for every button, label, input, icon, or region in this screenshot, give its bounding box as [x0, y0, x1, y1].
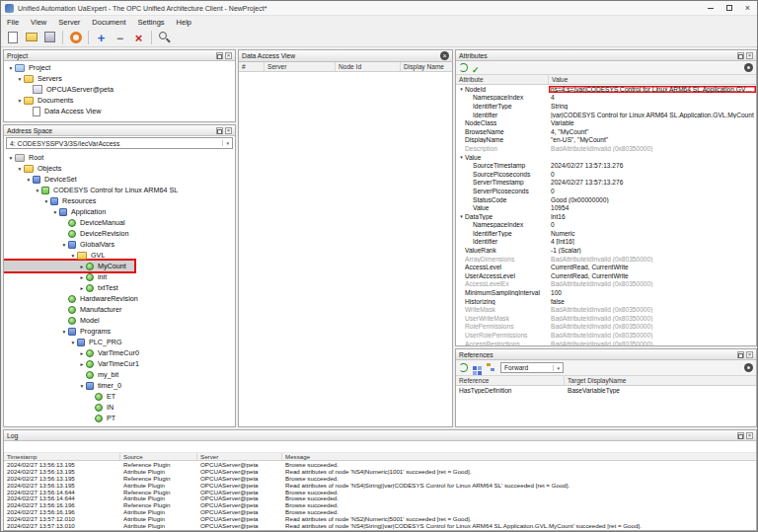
float-panel-icon[interactable]	[737, 52, 744, 59]
collapse-icon[interactable]: ▾	[51, 209, 59, 215]
log-row[interactable]: 2024/02/27 13:56:16.196Reference PluginO…	[4, 501, 756, 508]
tree-item-pt[interactable]: PT	[4, 413, 123, 423]
close-panel-icon[interactable]	[746, 52, 753, 59]
tree-item-vartimecur0[interactable]: ▸VarTimeCur0	[4, 347, 147, 358]
delete-item-button[interactable]	[130, 29, 147, 45]
column-header-timestamp[interactable]: Timestamp	[4, 453, 120, 460]
log-row[interactable]: 2024/02/27 13:56:14.644Attribute PluginO…	[4, 494, 756, 501]
tree-item-application[interactable]: ▾Application	[4, 206, 114, 217]
tree-item-codesys-control-for-linux-arm64-sl[interactable]: ▾CODESYS Control for Linux ARM64 SL	[4, 185, 186, 195]
log-row[interactable]: 2024/02/27 13:56:14.644Reference PluginO…	[4, 489, 756, 495]
attribute-row[interactable]: SourcePicoseconds0	[456, 170, 756, 179]
expand-icon[interactable]: ▸	[78, 285, 86, 291]
attribute-row[interactable]: WriteMaskBadAttributeIdInvalid (0x803500…	[456, 305, 756, 314]
tree-item-plc-prg[interactable]: ▾PLC_PRG	[4, 337, 130, 347]
maximize-button[interactable]	[720, 1, 738, 15]
attribute-row[interactable]: AccessRestrictionsBadAttributeIdInvalid …	[456, 340, 756, 346]
collapse-icon[interactable]: ▾	[7, 65, 15, 71]
attribute-row[interactable]: NamespaceIndex0	[456, 221, 756, 230]
tree-item-data-access-view[interactable]: Data Access View	[4, 106, 109, 116]
close-tab-icon[interactable]	[440, 51, 449, 60]
expand-icon[interactable]: ▸	[78, 274, 86, 280]
attribute-row[interactable]: UserAccessLevelCurrentRead, CurrentWrite	[456, 271, 756, 280]
tree-item-devicerevision[interactable]: DeviceRevision	[4, 228, 137, 239]
column-header-message[interactable]: Message	[282, 453, 756, 460]
attribute-row[interactable]: ▾DataTypeInt16	[456, 212, 756, 221]
tree-item-resources[interactable]: ▾Resources	[4, 195, 104, 206]
save-project-button[interactable]	[41, 29, 58, 45]
menu-item-file[interactable]: File	[1, 16, 25, 28]
collapse-icon[interactable]: ▾	[16, 76, 24, 82]
log-row[interactable]: 2024/02/27 13:56:13.195Reference PluginO…	[4, 461, 756, 468]
attribute-row[interactable]: ▾NodeIdns=4;s=|var|CODESYS Control for L…	[456, 85, 756, 94]
collapse-icon[interactable]: ▾	[16, 166, 24, 172]
log-row[interactable]: 2024/02/27 13:56:13.195Reference PluginO…	[4, 475, 756, 482]
expand-icon[interactable]: ▸	[78, 361, 86, 367]
collapse-icon[interactable]: ▾	[34, 188, 41, 193]
attribute-row[interactable]: UserWriteMaskBadAttributeIdInvalid (0x80…	[456, 314, 756, 323]
column-header-source[interactable]: Source	[120, 453, 197, 460]
tree-item-manufacturer[interactable]: Manufacturer	[4, 304, 129, 315]
direction-dropdown[interactable]: Forward ▾	[500, 362, 564, 373]
menu-item-document[interactable]: Document	[86, 16, 131, 28]
column-header-value[interactable]: Value	[549, 75, 756, 84]
attribute-row[interactable]: DescriptionBadAttributeIdInvalid (0x8035…	[456, 144, 756, 153]
expand-icon[interactable]: ▸	[78, 350, 86, 356]
attribute-row[interactable]: DisplayName"en-US", "MyCount"	[456, 136, 756, 145]
collapse-icon[interactable]: ▾	[458, 86, 465, 92]
attribute-row[interactable]: ServerPicoseconds0	[456, 187, 756, 195]
refresh-icon[interactable]	[459, 63, 468, 72]
collapse-icon[interactable]: ▾	[69, 253, 77, 259]
column-header-display-name[interactable]: Display Name	[401, 62, 452, 71]
open-project-button[interactable]	[23, 29, 39, 45]
collapse-icon[interactable]: ▾	[60, 242, 68, 248]
tree-item-opcuaserver-peta[interactable]: OPCUAServer@peta	[4, 84, 121, 95]
close-button[interactable]: ×	[738, 1, 757, 15]
collapse-icon[interactable]: ▾	[25, 177, 33, 183]
collapse-icon[interactable]: ▾	[78, 383, 86, 389]
tree-item-programs[interactable]: ▾Programs	[4, 326, 118, 337]
settings-icon[interactable]	[744, 363, 753, 372]
tree-item-init[interactable]: ▸init	[4, 271, 114, 282]
attribute-row[interactable]: ▾Value	[456, 153, 756, 162]
filter-icon[interactable]	[473, 366, 477, 370]
tree-item-vartimecur1[interactable]: ▸VarTimeCur1	[4, 358, 147, 369]
attribute-row[interactable]: MinimumSamplingInterval100	[456, 288, 756, 297]
float-panel-icon[interactable]	[216, 52, 223, 59]
tree-item-mycount[interactable]: ▸MyCount	[4, 261, 134, 271]
float-panel-icon[interactable]	[737, 351, 744, 358]
tree-item-globalvars[interactable]: ▾GlobalVars	[4, 239, 122, 250]
column-header-server[interactable]: Server	[265, 62, 336, 71]
namespace-filter-dropdown[interactable]: 4: CODESYSSPV3/3S/IecVarAccess ▾	[6, 137, 233, 149]
tree-item-devicemanual[interactable]: DeviceManual	[4, 217, 133, 228]
log-row[interactable]: 2024/02/27 13:56:16.196Attribute PluginO…	[4, 508, 756, 515]
log-row[interactable]: 2024/02/27 13:57:20.010Reference PluginO…	[4, 529, 756, 531]
log-row[interactable]: 2024/02/27 13:56:13.195Attribute PluginO…	[4, 468, 756, 475]
menu-item-settings[interactable]: Settings	[132, 16, 171, 28]
attribute-row[interactable]: SourceTimestamp2024/02/27 13:57:13.276	[456, 161, 756, 170]
column-header-reference[interactable]: Reference	[456, 376, 565, 385]
attribute-row[interactable]: Identifier4 [Int16]	[456, 238, 756, 247]
new-document-button[interactable]	[4, 29, 21, 45]
tree-item-et[interactable]: ET	[4, 391, 123, 402]
attribute-row[interactable]: NodeClassVariable	[456, 118, 756, 127]
collapse-icon[interactable]: ▾	[458, 154, 465, 160]
attribute-row[interactable]: NamespaceIndex4	[456, 94, 756, 103]
tree-item-project[interactable]: ▾Project	[4, 62, 58, 73]
tree-item-in[interactable]: IN	[4, 402, 121, 413]
tree-item-documents[interactable]: ▾Documents	[4, 95, 81, 106]
minimize-button[interactable]	[701, 1, 720, 15]
attribute-row[interactable]: Historizingfalse	[456, 297, 756, 306]
attribute-row[interactable]: StatusCodeGood (0x00000000)	[456, 195, 756, 204]
tree-item-gvl[interactable]: ▾GVL	[4, 250, 113, 261]
attribute-row[interactable]: ArrayDimensionsBadAttributeIdInvalid (0x…	[456, 255, 756, 264]
tree-item-txttest[interactable]: ▸txtTest	[4, 282, 126, 293]
reference-row[interactable]: HasTypeDefinitionBaseVariableType	[456, 386, 756, 395]
close-panel-icon[interactable]	[225, 52, 232, 59]
column-header-node-id[interactable]: Node Id	[336, 62, 401, 71]
attribute-row[interactable]: AccessLevelExBadAttributeIdInvalid (0x80…	[456, 280, 756, 289]
hierarchy-view-icon[interactable]	[487, 363, 496, 372]
menu-item-help[interactable]: Help	[171, 16, 197, 28]
float-panel-icon[interactable]	[216, 127, 223, 134]
collapse-icon[interactable]: ▾	[16, 98, 24, 104]
